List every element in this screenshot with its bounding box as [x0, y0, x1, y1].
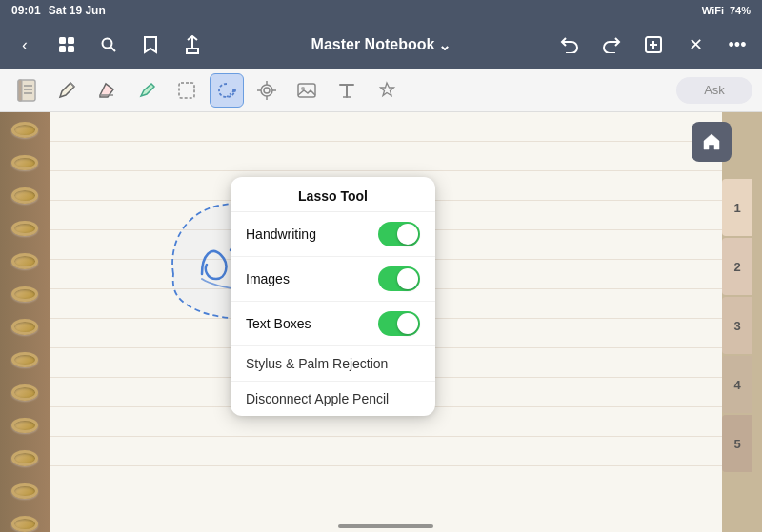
main-content: Lasso Tool Handwriting Images Text Boxes — [0, 112, 762, 532]
toolbar-center: Master Notebook ⌄ — [213, 36, 549, 54]
popup-item-stylus[interactable]: Stylus & Palm Rejection — [231, 346, 435, 382]
notebook-page: Lasso Tool Handwriting Images Text Boxes — [50, 112, 722, 532]
ring — [11, 187, 38, 204]
status-right: WiFi 74% — [702, 5, 751, 16]
ring — [11, 286, 38, 303]
wifi-icon: WiFi — [702, 5, 724, 16]
battery-level: 74% — [730, 5, 751, 16]
selection-tool-button[interactable] — [170, 73, 204, 108]
lasso-popup: Lasso Tool Handwriting Images Text Boxes — [231, 177, 435, 416]
text-tool-button[interactable] — [330, 73, 364, 108]
toolbar-left: ‹ — [8, 28, 210, 62]
toolbar-right: ✕ ••• — [552, 28, 754, 62]
eraser-tool-button[interactable] — [90, 73, 124, 108]
apps-button[interactable] — [50, 28, 84, 62]
home-indicator — [338, 524, 433, 528]
images-toggle[interactable] — [378, 266, 420, 291]
marker-tool-button[interactable] — [130, 73, 164, 108]
redo-button[interactable] — [594, 28, 629, 62]
add-page-button[interactable] — [636, 28, 671, 62]
camera-tool-button[interactable] — [250, 73, 284, 108]
status-bar: 09:01 Sat 19 Jun WiFi 74% — [0, 0, 762, 21]
time: 09:01 — [11, 4, 41, 17]
popup-item-handwriting[interactable]: Handwriting — [231, 212, 435, 257]
tab-strip: 1 2 3 4 5 — [722, 160, 752, 472]
popup-item-images[interactable]: Images — [231, 257, 435, 302]
popup-item-handwriting-label: Handwriting — [246, 227, 316, 242]
svg-rect-25 — [298, 84, 315, 97]
ring — [11, 221, 38, 237]
ring — [11, 483, 38, 500]
ring — [11, 155, 38, 171]
search-button[interactable] — [91, 28, 126, 62]
ring — [11, 253, 38, 269]
ring — [11, 418, 38, 434]
back-button[interactable]: ‹ — [8, 28, 42, 62]
popup-item-textboxes[interactable]: Text Boxes — [231, 302, 435, 346]
ring — [11, 516, 38, 532]
svg-line-5 — [111, 48, 116, 52]
popup-item-stylus-label: Stylus & Palm Rejection — [246, 356, 388, 371]
popup-item-disconnect-label: Disconnect Apple Pencil — [246, 391, 389, 406]
tab-item-3[interactable]: 3 — [722, 297, 752, 354]
tab-item-5[interactable]: 5 — [722, 415, 752, 472]
date: Sat 19 Jun — [49, 4, 106, 17]
ring — [11, 352, 38, 368]
svg-rect-10 — [18, 80, 22, 101]
popup-item-images-label: Images — [246, 271, 290, 286]
svg-rect-3 — [68, 46, 74, 52]
toggle-knob — [397, 224, 418, 245]
popup-item-disconnect[interactable]: Disconnect Apple Pencil — [231, 382, 435, 416]
chevron-icon: ⌄ — [438, 36, 451, 54]
popup-item-textboxes-label: Text Boxes — [246, 316, 311, 331]
textboxes-toggle[interactable] — [378, 311, 420, 336]
image-tool-button[interactable] — [290, 73, 324, 108]
status-left: 09:01 Sat 19 Jun — [11, 4, 106, 17]
popup-title: Lasso Tool — [231, 177, 435, 212]
handwriting-toggle[interactable] — [378, 222, 420, 246]
notebook-title[interactable]: Master Notebook ⌄ — [311, 36, 451, 54]
ring — [11, 122, 38, 138]
svg-point-19 — [261, 85, 272, 96]
close-button[interactable]: ✕ — [678, 28, 712, 62]
bookmark-button[interactable] — [133, 28, 168, 62]
share-button[interactable] — [175, 28, 210, 62]
lasso-tool-button[interactable] — [210, 73, 244, 108]
svg-rect-16 — [179, 83, 194, 98]
undo-button[interactable] — [552, 28, 587, 62]
ask-search-field[interactable]: Ask — [676, 77, 752, 104]
tab-item-2[interactable]: 2 — [722, 238, 752, 295]
svg-rect-1 — [68, 37, 74, 44]
tab-item-1[interactable]: 1 — [722, 179, 752, 236]
svg-rect-0 — [59, 37, 66, 44]
search-placeholder: Ask — [704, 83, 725, 97]
more-button[interactable]: ••• — [720, 28, 754, 62]
toggle-knob — [397, 268, 418, 289]
svg-point-20 — [264, 88, 270, 93]
home-tab[interactable] — [692, 122, 732, 162]
pencil-tool-button[interactable] — [50, 73, 84, 108]
shapes-tool-button[interactable] — [370, 73, 404, 108]
ring — [11, 450, 38, 466]
right-panel: 1 2 3 4 5 — [722, 112, 762, 532]
tools-bar: Ask — [0, 69, 762, 112]
tab-item-4[interactable]: 4 — [722, 356, 752, 413]
top-toolbar: ‹ Master Notebo — [0, 21, 762, 69]
ring — [11, 384, 38, 401]
ring — [11, 319, 38, 335]
notebook-rings — [0, 112, 50, 532]
svg-point-4 — [103, 39, 112, 49]
svg-rect-2 — [59, 46, 66, 52]
toggle-knob — [397, 313, 418, 334]
notebook-tool-button[interactable] — [10, 73, 44, 108]
